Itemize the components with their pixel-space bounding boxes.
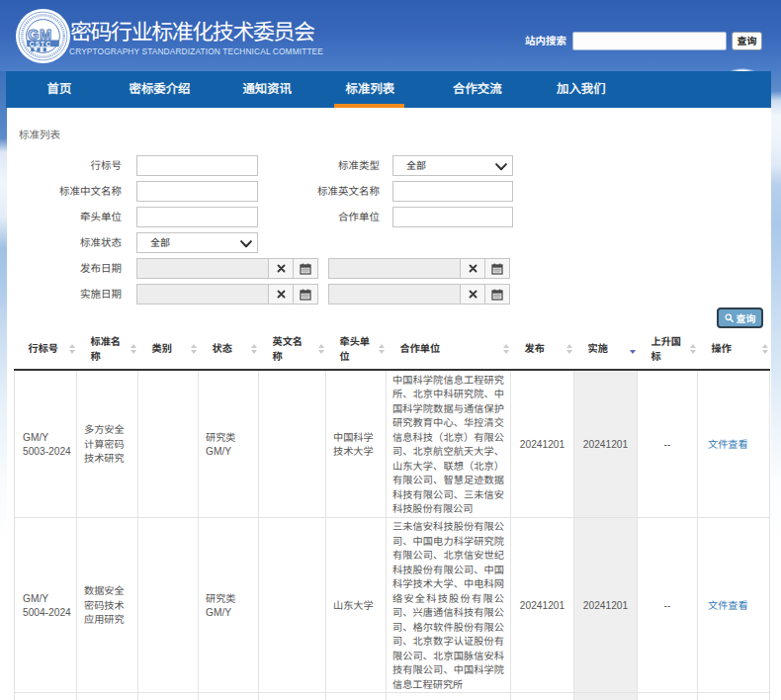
svg-text:CSTC: CSTC: [30, 41, 51, 47]
